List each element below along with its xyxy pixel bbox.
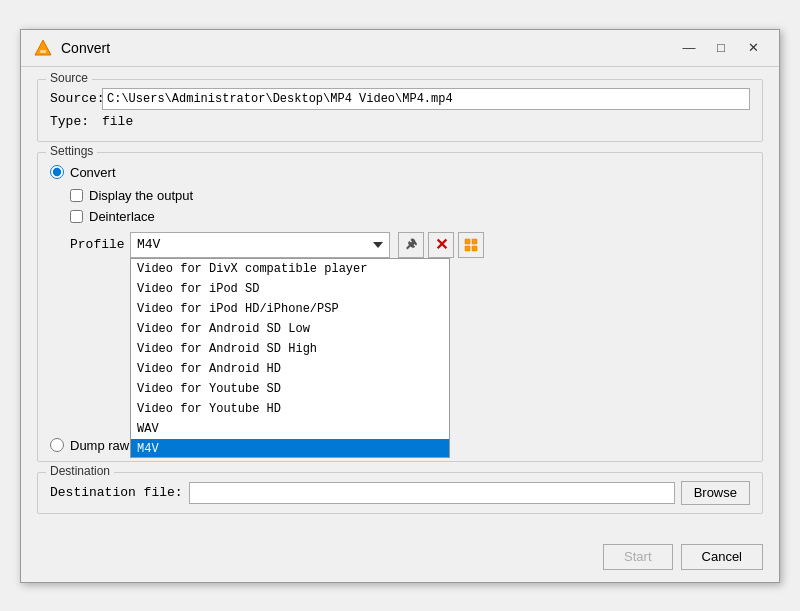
dest-file-label: Destination file: [50, 485, 183, 500]
browse-button[interactable]: Browse [681, 481, 750, 505]
dump-radio[interactable] [50, 438, 64, 452]
minimize-button[interactable]: — [675, 38, 703, 58]
dropdown-item-3[interactable]: Video for Android SD Low [131, 319, 449, 339]
type-value: file [102, 114, 133, 129]
new-profile-icon [464, 238, 478, 252]
source-input[interactable] [102, 88, 750, 110]
dropdown-item-8[interactable]: WAV [131, 419, 449, 439]
destination-row: Destination file: Browse [50, 481, 750, 505]
delete-icon: ✕ [435, 235, 448, 254]
source-group: Source Source: Type: file [37, 79, 763, 142]
convert-radio[interactable] [50, 165, 64, 179]
cancel-button[interactable]: Cancel [681, 544, 763, 570]
type-label: Type: [50, 114, 102, 129]
close-button[interactable]: ✕ [739, 38, 767, 58]
footer: Start Cancel [21, 536, 779, 582]
svg-rect-1 [40, 50, 46, 53]
wrench-button[interactable] [398, 232, 424, 258]
dropdown-item-7[interactable]: Video for Youtube HD [131, 399, 449, 419]
svg-rect-5 [472, 246, 477, 251]
maximize-button[interactable]: □ [707, 38, 735, 58]
dropdown-list: Video for DivX compatible playerVideo fo… [130, 258, 450, 458]
source-group-title: Source [46, 71, 92, 85]
titlebar-controls: — □ ✕ [675, 38, 767, 58]
content-area: Source Source: Type: file Settings Conve… [21, 67, 779, 536]
profile-row: Profile M4V Video for DivX compatible pl… [70, 232, 750, 258]
display-output-checkbox[interactable] [70, 189, 83, 202]
destination-group-title: Destination [46, 464, 114, 478]
settings-group-title: Settings [46, 144, 97, 158]
source-row: Source: [50, 88, 750, 110]
svg-rect-2 [465, 239, 470, 244]
dropdown-item-0[interactable]: Video for DivX compatible player [131, 259, 449, 279]
deinterlace-row: Deinterlace [70, 209, 750, 224]
svg-rect-4 [465, 246, 470, 251]
delete-profile-button[interactable]: ✕ [428, 232, 454, 258]
profile-dropdown[interactable]: M4V [130, 232, 390, 258]
titlebar-left: Convert [33, 38, 110, 58]
vlc-icon [33, 38, 53, 58]
profile-selected-value: M4V [137, 237, 160, 252]
convert-radio-row: Convert [50, 165, 750, 180]
source-label: Source: [50, 91, 102, 106]
wrench-icon [404, 238, 418, 252]
destination-group: Destination Destination file: Browse [37, 472, 763, 514]
new-profile-button[interactable] [458, 232, 484, 258]
destination-input[interactable] [189, 482, 675, 504]
deinterlace-label: Deinterlace [89, 209, 155, 224]
dropdown-item-5[interactable]: Video for Android HD [131, 359, 449, 379]
titlebar: Convert — □ ✕ [21, 30, 779, 67]
dropdown-arrow-icon [373, 242, 383, 248]
profile-toolbar: ✕ [398, 232, 484, 258]
display-output-label: Display the output [89, 188, 193, 203]
display-output-row: Display the output [70, 188, 750, 203]
main-window: Convert — □ ✕ Source Source: Type: file … [20, 29, 780, 583]
window-title: Convert [61, 40, 110, 56]
dropdown-item-2[interactable]: Video for iPod HD/iPhone/PSP [131, 299, 449, 319]
settings-content: Convert Display the output Deinterlace P… [50, 161, 750, 453]
deinterlace-checkbox[interactable] [70, 210, 83, 223]
profile-label: Profile [70, 237, 122, 252]
dropdown-item-9[interactable]: M4V [131, 439, 449, 458]
svg-rect-3 [472, 239, 477, 244]
profile-select-wrapper: M4V Video for DivX compatible playerVide… [130, 232, 390, 258]
dropdown-item-1[interactable]: Video for iPod SD [131, 279, 449, 299]
dropdown-item-4[interactable]: Video for Android SD High [131, 339, 449, 359]
type-row: Type: file [50, 114, 750, 129]
convert-label: Convert [70, 165, 116, 180]
settings-group: Settings Convert Display the output Dein… [37, 152, 763, 462]
dropdown-item-6[interactable]: Video for Youtube SD [131, 379, 449, 399]
start-button[interactable]: Start [603, 544, 672, 570]
